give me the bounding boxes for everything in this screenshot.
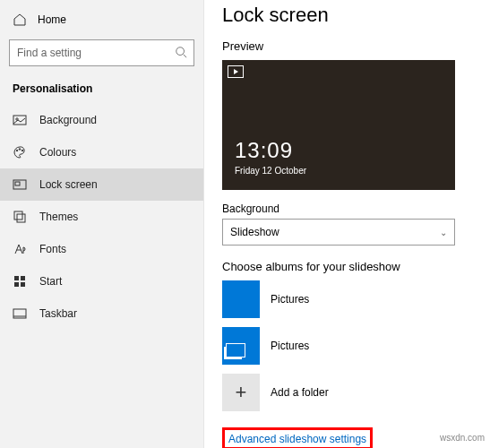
palette-icon — [13, 145, 27, 159]
sidebar-item-label: Themes — [39, 211, 78, 223]
preview-heading: Preview — [222, 39, 472, 53]
svg-rect-14 — [21, 282, 25, 287]
page-title: Lock screen — [222, 4, 472, 27]
add-folder-row[interactable]: + Add a folder — [222, 374, 472, 411]
sidebar-item-fonts[interactable]: Fonts — [0, 233, 203, 265]
album-tile[interactable] — [222, 327, 260, 365]
sidebar-item-label: Fonts — [39, 243, 66, 255]
svg-rect-13 — [14, 282, 19, 287]
lock-screen-preview: 13:09 Friday 12 October — [222, 60, 455, 190]
albums-heading: Choose albums for your slideshow — [222, 260, 472, 273]
preview-clock: 13:09 — [235, 138, 293, 163]
add-folder-label: Add a folder — [271, 386, 329, 399]
chevron-down-icon: ⌄ — [440, 228, 447, 237]
search-icon — [175, 46, 187, 61]
preview-date: Friday 12 October — [235, 166, 306, 176]
home-label: Home — [38, 13, 66, 26]
sidebar-item-label: Background — [39, 114, 97, 126]
svg-rect-8 — [15, 182, 20, 185]
svg-line-1 — [184, 55, 187, 58]
svg-point-6 — [21, 150, 23, 151]
sidebar-item-themes[interactable]: Themes — [0, 201, 203, 233]
album-label: Pictures — [271, 340, 309, 352]
sidebar-item-label: Lock screen — [39, 178, 98, 191]
themes-icon — [13, 210, 27, 224]
home-icon — [13, 13, 27, 27]
background-select[interactable]: Slideshow ⌄ — [222, 219, 455, 246]
album-tile[interactable] — [222, 280, 260, 318]
svg-point-5 — [19, 149, 21, 151]
album-label: Pictures — [271, 293, 309, 306]
picture-icon — [13, 113, 27, 127]
sidebar-item-background[interactable]: Background — [0, 104, 203, 136]
main-content: Lock screen Preview 13:09 Friday 12 Octo… — [204, 0, 490, 448]
advanced-slideshow-link[interactable]: Advanced slideshow settings — [228, 433, 366, 445]
svg-rect-11 — [14, 276, 19, 280]
home-button[interactable]: Home — [0, 7, 203, 32]
svg-point-4 — [16, 150, 18, 151]
section-title: Personalisation — [0, 77, 203, 104]
taskbar-icon — [13, 306, 27, 321]
search-wrap — [9, 39, 194, 66]
lock-screen-icon — [13, 177, 27, 192]
album-row[interactable]: Pictures — [222, 327, 472, 365]
sidebar-item-label: Colours — [39, 146, 76, 159]
svg-rect-12 — [21, 276, 25, 280]
sidebar-item-taskbar[interactable]: Taskbar — [0, 297, 203, 330]
highlighted-link-box: Advanced slideshow settings — [222, 427, 373, 448]
svg-rect-10 — [17, 214, 25, 222]
add-folder-button[interactable]: + — [222, 374, 260, 411]
svg-rect-9 — [14, 211, 22, 220]
sidebar-item-colours[interactable]: Colours — [0, 136, 203, 168]
svg-point-0 — [176, 47, 185, 56]
sidebar: Home Personalisation Background Colours … — [0, 0, 204, 448]
slideshow-icon — [228, 65, 244, 78]
search-input[interactable] — [9, 39, 194, 66]
sidebar-item-lock-screen[interactable]: Lock screen — [0, 168, 203, 201]
album-row[interactable]: Pictures — [222, 280, 472, 318]
sidebar-item-label: Start — [39, 275, 62, 288]
background-label: Background — [222, 202, 472, 215]
start-icon — [13, 274, 27, 289]
sidebar-item-start[interactable]: Start — [0, 265, 203, 297]
fonts-icon — [13, 242, 27, 256]
background-value: Slideshow — [230, 226, 279, 238]
svg-rect-2 — [13, 116, 26, 125]
watermark: wsxdn.com — [440, 433, 485, 443]
sidebar-item-label: Taskbar — [39, 307, 77, 320]
